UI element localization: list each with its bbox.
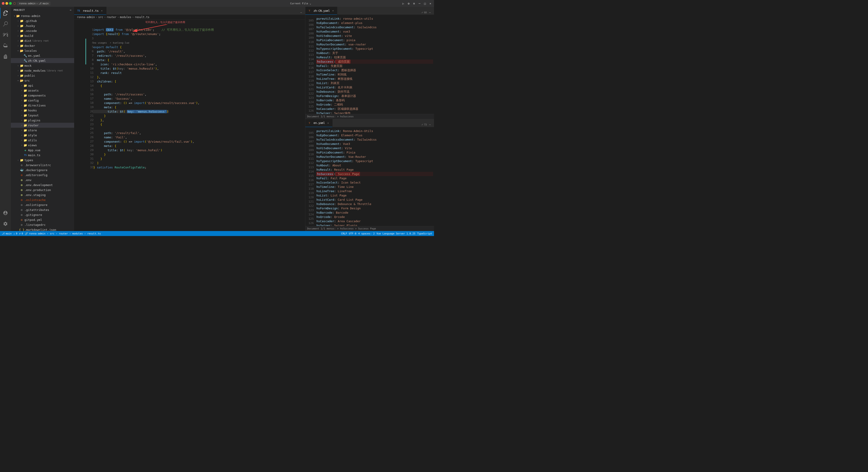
status-errors[interactable]: ⚠ 0	[13, 232, 18, 235]
activity-git[interactable]	[0, 29, 11, 40]
tree-item-github[interactable]: › 📁 .github	[11, 18, 74, 23]
close-btn[interactable]: ×	[429, 2, 432, 5]
zhcn-tab-close[interactable]: ×	[331, 9, 335, 13]
zh-cn-code[interactable]: 1051061071081091101111121131141151161171…	[305, 15, 434, 114]
tree-item-plugins[interactable]: › 📁 plugins	[11, 118, 74, 123]
tree-item-utils[interactable]: › 📁 utils	[11, 138, 74, 143]
yaml-line: hsBarcode: Barcode	[316, 211, 433, 215]
run-icon[interactable]: ▷	[401, 2, 405, 5]
status-language-server[interactable]: Vue Language Server 1.8.25	[377, 232, 415, 235]
tree-item-appvue[interactable]: ◈ App.vue	[11, 148, 74, 153]
tree-item-src[interactable]: ▾ 📂 src	[11, 78, 74, 83]
tree-item-node-modules[interactable]: › 📁 node_modules library root	[11, 68, 74, 73]
status-language[interactable]: TypeScript	[417, 232, 432, 235]
tree-item-build[interactable]: › 📁 build	[11, 33, 74, 38]
activity-settings[interactable]	[0, 218, 11, 229]
tree-item-assets[interactable]: › 📁 assets	[11, 88, 74, 93]
tree-item-types[interactable]: › 📁 types	[11, 158, 74, 162]
build-label: build	[24, 34, 33, 37]
tree-item-config[interactable]: › 📁 config	[11, 98, 74, 103]
status-left-path[interactable]: 🔗 ronna-admin › src › router › modules ›…	[25, 232, 101, 235]
yaml-line: hsResult: Result Page	[316, 167, 433, 172]
tab-en-yaml[interactable]: Y en.yaml ×	[305, 119, 333, 127]
lintstaged-chevron	[16, 223, 20, 226]
tree-item-eslintignore[interactable]: ⚙ .eslintignore	[11, 202, 74, 207]
en-action-more[interactable]: ⋯	[428, 123, 432, 127]
tree-item-gitignore[interactable]: ⚙ .gitignore	[11, 212, 74, 217]
tree-item-directives[interactable]: › 📁 directives	[11, 103, 74, 108]
tree-item-mock[interactable]: › 📁 mock	[11, 63, 74, 68]
editor-code-area[interactable]: import {$t} from '@/plugins/i18n'; // 可不…	[90, 20, 305, 231]
env-dev-label: .env.development	[24, 183, 53, 187]
activity-explorer[interactable]	[0, 8, 11, 19]
activity-debug[interactable]	[0, 40, 11, 51]
tree-item-dist[interactable]: › 📁 dist library root	[11, 38, 74, 43]
tree-item-dockerignore[interactable]: 🐳 .dockerignore	[11, 167, 74, 172]
tree-item-gitattributes[interactable]: ⚙ .gitattributes	[11, 207, 74, 212]
maximize-btn[interactable]: □	[423, 2, 427, 5]
status-indentation[interactable]: 4 spaces: 2	[358, 232, 375, 235]
yaml-line: hsSuccess: 成功页面	[316, 59, 433, 64]
yaml-line: pureutilsLink: ronna-admin-utils	[316, 17, 433, 21]
breadcrumb-src[interactable]: src	[98, 15, 103, 19]
tree-item-router[interactable]: › 📁 router	[11, 123, 74, 128]
tree-item-docker[interactable]: › 📁 docker	[11, 43, 74, 48]
tree-item-vscode[interactable]: › 📁 .vscode	[11, 28, 74, 33]
tree-item-editorconfig[interactable]: ⚙ .editorconfig	[11, 172, 74, 178]
minimize-dot[interactable]	[5, 2, 8, 5]
status-branch[interactable]: ⎇ main	[2, 232, 12, 235]
tree-item-components[interactable]: › 📁 components	[11, 93, 74, 98]
breadcrumb-root[interactable]: ronna-admin	[77, 15, 95, 19]
minimize-btn[interactable]: ─	[418, 2, 421, 5]
tree-item-browserslistrc[interactable]: ⚙ .browserslistrc	[11, 162, 74, 167]
tab-action-more[interactable]: ⋯	[299, 10, 303, 15]
tree-item-views[interactable]: › 📁 views	[11, 143, 74, 148]
debug-icon[interactable]: ⚙	[407, 2, 410, 5]
breadcrumb-modules[interactable]: modules	[120, 15, 131, 19]
tree-item-env-prod[interactable]: ⚙ .env.production	[11, 187, 74, 192]
activity-account[interactable]	[0, 208, 11, 218]
maximize-dot[interactable]	[9, 2, 12, 5]
config-chevron: ›	[20, 99, 24, 102]
tree-item-env-staging[interactable]: ⚙ .env.staging	[11, 192, 74, 197]
tree-item-env[interactable]: ⚙ .env	[11, 178, 74, 182]
tab-result-ts[interactable]: TS result.ts ×	[74, 7, 106, 15]
status-line-ending[interactable]: CRLF	[341, 232, 347, 235]
zhcn-action-more[interactable]: ⋯	[428, 10, 432, 15]
tree-item-store[interactable]: › 📁 store	[11, 128, 74, 133]
settings-icon[interactable]: ≡	[412, 2, 416, 5]
tree-item-en-yaml[interactable]: 🔧 en.yaml	[11, 53, 74, 58]
tree-item-eslintcache[interactable]: ⚙ .eslintcache	[11, 197, 74, 202]
tree-item-layout[interactable]: › 📁 layout	[11, 113, 74, 118]
sidebar-actions[interactable]: ⋯	[70, 8, 71, 11]
tree-item-env-dev[interactable]: ⚙ .env.development	[11, 182, 74, 187]
tree-item-maints[interactable]: TS main.ts	[11, 153, 74, 158]
tab-zhcn-yaml[interactable]: Y zh-CN.yaml ×	[305, 7, 337, 15]
yaml-line: hsTypescriptDocument: Typescript	[316, 159, 433, 163]
tree-item-public[interactable]: › 📁 public	[11, 73, 74, 78]
github-label: .github	[24, 19, 37, 23]
breadcrumb-file[interactable]: result.ts	[135, 15, 149, 19]
tab-result-ts-close[interactable]: ×	[100, 9, 103, 13]
close-dot[interactable]	[2, 2, 4, 5]
tree-item-locales[interactable]: ▾ 📂 locales	[11, 48, 74, 53]
yaml-line: hsResult: 结果页面	[316, 55, 433, 59]
breadcrumb-router[interactable]: router	[107, 15, 116, 19]
tree-item-husky[interactable]: › 📁 .husky	[11, 23, 74, 28]
app-name-branch[interactable]: ronna-admin — ⎇ main	[17, 2, 51, 5]
en-tab-close[interactable]: ×	[327, 121, 330, 125]
tree-item-gitpod[interactable]: ⚙ gitpod.yml	[11, 217, 74, 222]
tree-root-folder[interactable]: ▾ 📂 ronna-admin	[11, 13, 74, 18]
tree-item-lintstaged[interactable]: ⚙ .linstagedrc	[11, 222, 74, 227]
zhcn-line-count: ✓ 68	[421, 11, 427, 14]
activity-search[interactable]	[0, 19, 11, 29]
status-warnings[interactable]: ✗ 0	[19, 232, 23, 235]
tree-item-hooks[interactable]: › 📁 hooks	[11, 108, 74, 113]
status-encoding[interactable]: UTF-8	[349, 232, 356, 235]
tree-item-zhcn-yaml[interactable]: 🔧 zh-CN.yaml	[11, 58, 74, 63]
tree-item-api[interactable]: › 📁 api	[11, 83, 74, 88]
tree-item-markdownlint[interactable]: { } .markdownlint.json	[11, 227, 74, 231]
activity-extensions[interactable]	[0, 51, 11, 62]
en-code[interactable]: 1051061071081091101111121131141151161171…	[305, 127, 434, 226]
tree-item-style[interactable]: › 📁 style	[11, 133, 74, 138]
